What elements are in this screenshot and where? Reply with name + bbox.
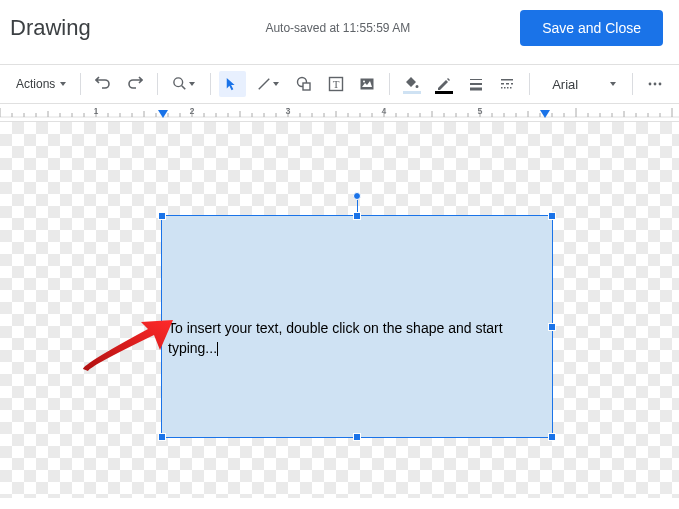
image-tool[interactable] (353, 71, 381, 97)
svg-rect-13 (501, 83, 504, 85)
textbox-icon: T (328, 76, 344, 92)
svg-rect-18 (507, 87, 509, 89)
resize-handle-w[interactable] (158, 323, 166, 331)
dialog-header: Drawing Auto-saved at 11:55:59 AM Save a… (0, 0, 679, 64)
resize-handle-ne[interactable] (548, 212, 556, 220)
svg-point-22 (659, 83, 662, 86)
zoom-icon (173, 77, 187, 91)
separator (632, 73, 633, 95)
textbox-tool[interactable]: T (322, 71, 350, 97)
svg-rect-17 (504, 87, 506, 89)
chevron-down-icon (610, 82, 616, 86)
autosave-status: Auto-saved at 11:55:59 AM (265, 21, 410, 35)
undo-button[interactable] (89, 71, 117, 97)
dialog-title: Drawing (10, 15, 91, 41)
svg-rect-11 (470, 88, 482, 91)
redo-icon (127, 76, 143, 92)
fill-color-button[interactable] (398, 71, 426, 97)
select-tool[interactable] (219, 71, 247, 97)
svg-text:2: 2 (189, 106, 194, 116)
text-cursor (217, 342, 218, 356)
more-icon (647, 76, 663, 92)
chevron-down-icon (60, 82, 66, 86)
separator (157, 73, 158, 95)
line-icon (257, 77, 271, 91)
separator (210, 73, 211, 95)
pencil-icon (436, 76, 452, 92)
svg-rect-12 (501, 79, 513, 81)
resize-handle-n[interactable] (353, 212, 361, 220)
svg-rect-4 (303, 83, 310, 90)
svg-rect-14 (506, 83, 509, 85)
right-indent-marker[interactable] (540, 110, 550, 118)
image-icon (359, 76, 375, 92)
separator (80, 73, 81, 95)
svg-text:4: 4 (381, 106, 386, 116)
fill-color-icon (404, 76, 420, 92)
separator (529, 73, 530, 95)
ruler-ticks: 12345 (0, 104, 679, 122)
svg-point-20 (649, 83, 652, 86)
svg-rect-7 (361, 79, 374, 90)
line-weight-icon (468, 76, 484, 92)
font-select[interactable]: Arial (544, 75, 624, 94)
svg-text:T: T (332, 78, 339, 90)
resize-handle-s[interactable] (353, 433, 361, 441)
fill-swatch (403, 91, 421, 94)
svg-point-8 (363, 81, 365, 83)
svg-rect-19 (510, 87, 512, 89)
svg-rect-10 (470, 83, 482, 85)
resize-handle-se[interactable] (548, 433, 556, 441)
font-name: Arial (552, 77, 578, 92)
chevron-down-icon (189, 82, 195, 86)
svg-rect-16 (501, 87, 503, 89)
zoom-button[interactable] (166, 71, 202, 97)
line-dash-icon (499, 76, 515, 92)
svg-rect-15 (511, 83, 513, 85)
ruler[interactable]: 12345 (0, 104, 679, 122)
separator (389, 73, 390, 95)
rotation-handle[interactable] (353, 192, 361, 200)
drawing-canvas[interactable]: To insert your text, double click on the… (0, 122, 679, 498)
shape-text[interactable]: To insert your text, double click on the… (168, 319, 546, 358)
select-icon (225, 77, 239, 91)
border-weight-button[interactable] (462, 71, 490, 97)
selected-shape[interactable]: To insert your text, double click on the… (161, 215, 553, 438)
shape-icon (296, 76, 312, 92)
resize-handle-sw[interactable] (158, 433, 166, 441)
svg-text:5: 5 (477, 106, 482, 116)
chevron-down-icon (273, 82, 279, 86)
svg-text:3: 3 (285, 106, 290, 116)
actions-label: Actions (16, 77, 55, 91)
resize-handle-e[interactable] (548, 323, 556, 331)
stroke-swatch (435, 91, 453, 94)
svg-point-0 (174, 78, 183, 87)
svg-point-21 (654, 83, 657, 86)
line-tool[interactable] (250, 71, 286, 97)
shape-text-content: To insert your text, double click on the… (168, 320, 503, 356)
svg-line-1 (181, 86, 185, 90)
more-button[interactable] (641, 71, 669, 97)
shape-tool[interactable] (290, 71, 318, 97)
resize-handle-nw[interactable] (158, 212, 166, 220)
undo-icon (95, 76, 111, 92)
toolbar: Actions T Aria (0, 65, 679, 104)
left-indent-marker[interactable] (158, 110, 168, 118)
svg-text:1: 1 (93, 106, 98, 116)
svg-line-2 (259, 79, 270, 90)
redo-button[interactable] (121, 71, 149, 97)
actions-menu[interactable]: Actions (10, 73, 72, 95)
border-dash-button[interactable] (493, 71, 521, 97)
save-close-button[interactable]: Save and Close (520, 10, 663, 46)
border-color-button[interactable] (430, 71, 458, 97)
svg-rect-9 (470, 79, 482, 80)
